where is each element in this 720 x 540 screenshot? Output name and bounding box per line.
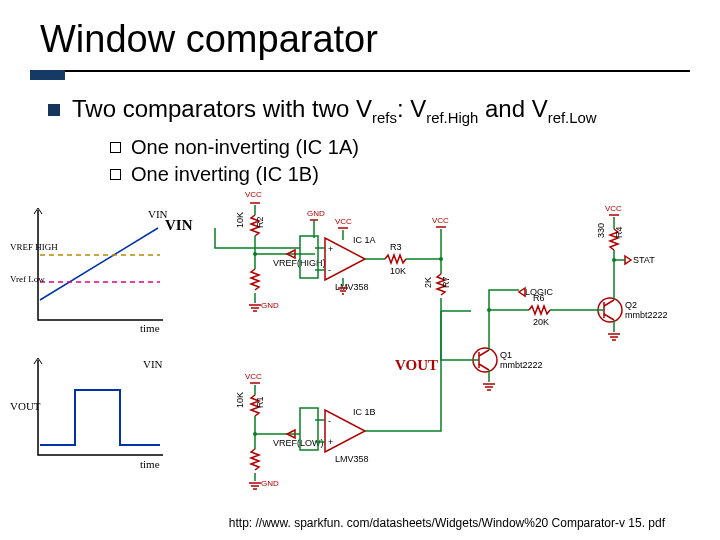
r1-val: 10K [235,392,245,408]
r3-val: 10K [390,266,406,276]
bullet-mid2: and V [478,95,547,122]
hand-sketch: VIN VREF HIGH Vref Low time VOUT VIN tim… [18,200,188,480]
stat-label: STAT [633,255,655,265]
schem-vin-label: VIN [165,217,193,233]
sub-bullet-b: One inverting (IC 1B) [110,163,359,186]
r2-label: R2 [255,216,265,228]
bullet-sub3: ref.Low [548,110,597,126]
bullet-sub1: refs [372,110,397,126]
r2-val: 10K [235,212,245,228]
lmv-label-b: LMV358 [335,454,369,464]
r4-label: R4 [614,226,624,238]
svg-rect-3 [300,236,318,278]
sub-bullet-a: One non-inverting (IC 1A) [110,136,359,159]
slide-title: Window comparator [40,18,378,61]
vcc-r1: VCC [245,372,262,381]
r7-val: 2K [423,277,433,288]
svg-text:-: - [328,416,331,426]
vcc-ic1a: VCC [335,217,352,226]
r3-label: R3 [390,242,402,252]
svg-text:-: - [328,265,331,275]
q2-label: Q2 [625,300,637,310]
logic-label: LOGIC [525,287,554,297]
bullet-mid1: : V [397,95,426,122]
sub-text-a: One non-inverting (IC 1A) [131,136,359,159]
sub-bullet-list: One non-inverting (IC 1A) One inverting … [110,136,359,190]
bullet-text: Two comparators with two Vrefs: Vref.Hig… [72,95,597,126]
gnd-label-1: GND [261,301,279,310]
credit-link: http: //www. sparkfun. com/datasheets/Wi… [229,516,665,530]
r7-label: R7 [441,276,451,288]
ic1a-label: IC 1A [353,235,376,245]
vcc-label: VCC [245,190,262,199]
r4-val: 330 [596,223,606,238]
vrefh-label: VREF HIGH [10,242,58,252]
sub-text-b: One inverting (IC 1B) [131,163,319,186]
q1-type: mmbt2222 [500,360,543,370]
vcc-r7: VCC [432,216,449,225]
vrefl-node: VREF(LOW) [273,438,324,448]
schem-vout-label: VOUT [395,357,438,373]
gnd-label-2: GND [261,479,279,488]
hollow-square-icon [110,169,121,180]
vin2-label: VIN [143,358,163,370]
svg-text:+: + [328,437,333,447]
bullet-main: Two comparators with two Vrefs: Vref.Hig… [48,95,597,126]
hollow-square-icon [110,142,121,153]
vout-sketch-label: VOUT [10,400,41,412]
vcc-right: VCC [605,204,622,213]
ic1b-label: IC 1B [353,407,376,417]
bullet-square-icon [48,104,60,116]
q1-label: Q1 [500,350,512,360]
schematic: VIN VCC R2 10K VREF(HIGH) GND + - IC 1A … [195,200,695,490]
title-rule [30,70,690,72]
r6-val: 20K [533,317,549,327]
q2-type: mmbt2222 [625,310,668,320]
title-accent [30,70,65,80]
bullet-prefix: Two comparators with two V [72,95,372,122]
bullet-sub2: ref.High [426,110,478,126]
r1-label: R1 [255,396,265,408]
time-label-2: time [140,458,160,470]
svg-text:+: + [328,244,333,254]
vrefl-label: Vref Low [10,274,45,284]
gnd-tag: GND [307,209,325,218]
time-label-1: time [140,322,160,334]
